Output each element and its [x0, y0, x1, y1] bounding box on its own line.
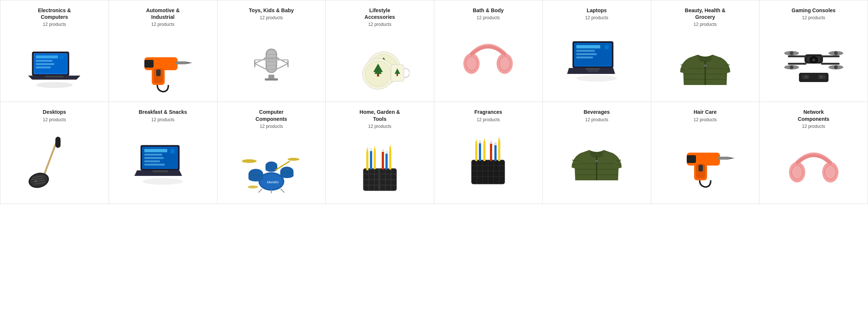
svg-line-30: [277, 64, 288, 69]
card-image-fragrances: [438, 127, 539, 193]
card-subtitle-desktops: 12 products: [43, 117, 66, 122]
svg-rect-177: [494, 142, 497, 145]
svg-marker-173: [483, 138, 486, 143]
svg-rect-171: [479, 140, 481, 143]
svg-point-115: [143, 178, 183, 185]
svg-line-131: [258, 189, 262, 193]
svg-rect-19: [265, 78, 278, 81]
card-title-gaming-consoles: Gaming Consoles: [792, 7, 836, 14]
svg-rect-59: [576, 53, 597, 55]
svg-rect-4: [36, 60, 52, 62]
card-image-beauty-health-grocery: [655, 31, 756, 98]
svg-line-28: [255, 64, 266, 69]
card-subtitle-electronics-computers: 12 products: [43, 22, 66, 27]
category-grid: Electronics &Computers12 products Automo…: [0, 0, 868, 204]
card-title-fragrances: Fragrances: [474, 109, 502, 115]
category-card-toys-kids-baby[interactable]: Toys, Kids & Baby12 products: [217, 0, 326, 102]
card-image-laptops: [546, 25, 647, 91]
card-subtitle-hair-care: 12 products: [694, 117, 717, 122]
svg-point-121: [248, 176, 263, 181]
svg-rect-109: [144, 154, 162, 156]
category-card-bath-body[interactable]: Bath & Body12 products: [434, 0, 543, 102]
svg-rect-111: [144, 160, 160, 162]
card-title-breakfast-snacks: Breakfast & Snacks: [139, 109, 187, 115]
svg-marker-179: [498, 137, 500, 141]
card-image-computer-components: Mendini: [221, 133, 322, 200]
svg-rect-150: [374, 151, 376, 169]
category-card-hair-care[interactable]: Hair Care12 products: [651, 102, 760, 204]
svg-rect-152: [382, 150, 384, 170]
svg-rect-156: [389, 149, 391, 170]
card-title-lifestyle-accessories: LifestyleAccessories: [364, 7, 395, 20]
svg-rect-146: [366, 152, 368, 170]
svg-rect-155: [385, 151, 388, 154]
card-subtitle-home-garden-tools: 12 products: [368, 124, 391, 129]
svg-point-89: [790, 65, 793, 69]
svg-rect-110: [144, 157, 164, 159]
svg-point-127: [265, 167, 277, 172]
category-card-laptops[interactable]: Laptops12 products: [543, 0, 651, 102]
svg-point-53: [500, 57, 510, 70]
svg-marker-169: [475, 139, 477, 143]
svg-rect-192: [718, 157, 729, 160]
svg-point-87: [790, 51, 793, 55]
category-card-network-components[interactable]: NetworkComponents12 products: [759, 102, 868, 204]
card-title-electronics-computers: Electronics &Computers: [38, 7, 71, 20]
card-image-hair-care: [655, 127, 756, 193]
svg-rect-145: [378, 169, 380, 191]
svg-marker-193: [729, 157, 735, 159]
card-subtitle-computer-components: 12 products: [260, 124, 283, 129]
svg-rect-114: [152, 170, 168, 172]
svg-point-90: [834, 65, 838, 69]
svg-rect-195: [687, 155, 696, 163]
category-card-electronics-computers[interactable]: Electronics &Computers12 products: [0, 0, 109, 102]
svg-rect-21: [267, 50, 276, 72]
svg-rect-7: [60, 55, 64, 59]
card-subtitle-lifestyle-accessories: 12 products: [368, 22, 391, 27]
category-card-gaming-consoles[interactable]: Gaming Consoles12 products: [759, 0, 868, 102]
card-image-electronics-computers: [4, 31, 105, 98]
card-title-desktops: Desktops: [43, 109, 66, 115]
category-card-breakfast-snacks[interactable]: Breakfast & Snacks12 products: [109, 102, 217, 204]
card-image-lifestyle-accessories: [329, 31, 430, 98]
svg-rect-63: [587, 70, 598, 72]
svg-marker-151: [374, 146, 376, 151]
svg-rect-8: [45, 76, 64, 77]
card-title-home-garden-tools: Home, Garden &Tools: [360, 109, 400, 122]
card-subtitle-beauty-health-grocery: 12 products: [694, 22, 717, 27]
card-subtitle-beverages: 12 products: [585, 117, 608, 122]
card-subtitle-breakfast-snacks: 12 products: [151, 117, 175, 122]
svg-rect-113: [170, 149, 175, 153]
svg-rect-14: [176, 61, 187, 64]
card-title-automotive-industrial: Automotive &Industrial: [146, 7, 180, 20]
card-image-toys-kids-baby: [221, 25, 322, 91]
category-card-desktops[interactable]: Desktops12 products ●: [0, 102, 109, 204]
svg-point-88: [834, 51, 838, 55]
svg-rect-82: [821, 63, 840, 65]
category-card-beauty-health-grocery[interactable]: Beauty, Health &Grocery12 products: [651, 0, 760, 102]
category-card-computer-components[interactable]: ComputerComponents12 products Mendini: [217, 102, 326, 204]
card-subtitle-bath-body: 12 products: [477, 15, 500, 20]
svg-rect-81: [788, 63, 806, 65]
card-image-desktops: ●: [4, 127, 105, 193]
svg-rect-154: [385, 152, 388, 170]
category-card-lifestyle-accessories[interactable]: LifestyleAccessories12 products: [326, 0, 434, 102]
category-card-beverages[interactable]: Beverages12 products: [543, 102, 651, 204]
card-image-gaming-consoles: [763, 25, 864, 91]
svg-point-200: [792, 166, 802, 179]
card-title-beauty-health-grocery: Beauty, Health &Grocery: [685, 7, 725, 20]
svg-rect-16: [156, 69, 161, 76]
svg-rect-34: [264, 57, 279, 59]
card-subtitle-laptops: 12 products: [585, 15, 608, 20]
category-card-fragrances[interactable]: Fragrances12 products: [434, 102, 543, 204]
category-card-home-garden-tools[interactable]: Home, Garden &Tools12 products: [326, 102, 434, 204]
svg-rect-17: [144, 60, 154, 68]
svg-rect-6: [36, 67, 51, 68]
svg-rect-170: [479, 142, 481, 161]
svg-rect-172: [483, 143, 486, 161]
category-card-automotive-industrial[interactable]: Automotive &Industrial12 products: [109, 0, 217, 102]
card-title-bath-body: Bath & Body: [473, 7, 504, 14]
svg-marker-15: [187, 62, 192, 64]
svg-rect-80: [821, 55, 840, 57]
svg-rect-3: [36, 55, 58, 58]
